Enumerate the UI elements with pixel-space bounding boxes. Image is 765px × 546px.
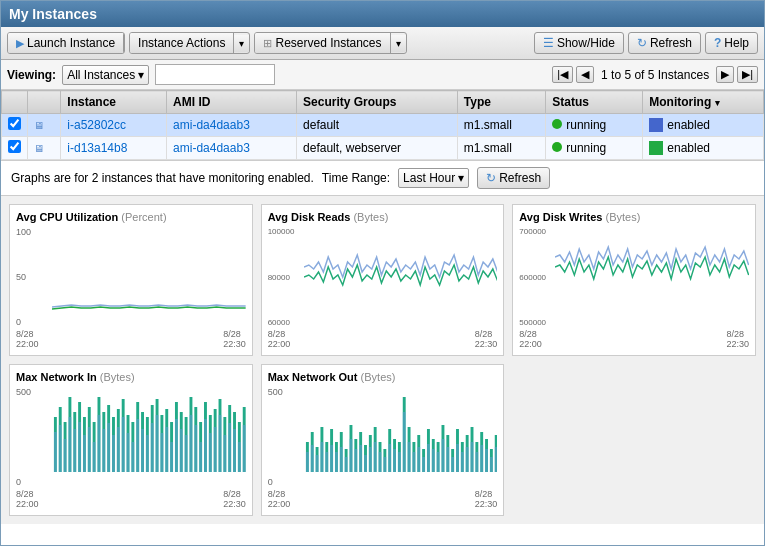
row-instance[interactable]: i-d13a14b8	[61, 137, 167, 160]
help-button[interactable]: ? Help	[705, 32, 758, 54]
svg-rect-44	[73, 429, 76, 472]
svg-rect-155	[475, 452, 478, 472]
svg-rect-125	[330, 445, 333, 472]
col-instance[interactable]: Instance	[61, 91, 167, 114]
col-status[interactable]: Status	[546, 91, 643, 114]
svg-rect-127	[339, 447, 342, 472]
svg-rect-135	[378, 452, 381, 472]
svg-rect-137	[388, 444, 391, 472]
svg-rect-143	[417, 447, 420, 472]
net-in-x-labels: 8/2822:00 8/2822:30	[16, 489, 246, 509]
svg-rect-69	[194, 425, 197, 472]
graphs-refresh-button[interactable]: ↻ Refresh	[477, 167, 550, 189]
svg-rect-56	[131, 442, 134, 472]
next-page-button[interactable]: ▶	[716, 66, 734, 83]
col-security[interactable]: Security Groups	[297, 91, 458, 114]
time-range-select[interactable]: Last Hour ▾	[398, 168, 469, 188]
reserved-instances-dropdown-arrow[interactable]: ▾	[391, 35, 406, 52]
refresh-button[interactable]: ↻ Refresh	[628, 32, 701, 54]
svg-rect-78	[238, 442, 241, 472]
svg-rect-77	[233, 429, 236, 472]
net-in-overlay	[54, 415, 246, 472]
viewing-label: Viewing:	[7, 68, 56, 82]
graph-empty-slot	[512, 364, 756, 516]
status-indicator	[552, 142, 562, 152]
net-out-chart-area	[304, 387, 498, 487]
svg-rect-48	[93, 442, 96, 472]
showhide-icon: ☰	[543, 36, 554, 50]
graph-disk-writes-body: 700000 600000 500000	[519, 227, 749, 327]
svg-rect-40	[54, 432, 57, 472]
row-status: running	[546, 114, 643, 137]
row-instance[interactable]: i-a52802cc	[61, 114, 167, 137]
svg-rect-42	[64, 439, 67, 472]
svg-rect-139	[398, 452, 401, 472]
svg-rect-141	[407, 442, 410, 472]
disk-reads-chart-area	[304, 227, 498, 327]
net-in-svg	[52, 387, 246, 472]
svg-rect-68	[189, 415, 192, 472]
disk-reads-y-axis: 100000 80000 60000	[268, 227, 297, 327]
svg-rect-123	[320, 442, 323, 472]
row-checkbox[interactable]	[2, 137, 28, 160]
monitoring-bar: Graphs are for 2 instances that have mon…	[1, 161, 764, 196]
help-icon: ?	[714, 36, 721, 50]
disk-writes-svg	[555, 227, 749, 312]
graph-disk-reads: Avg Disk Reads (Bytes) 100000 80000 6000…	[261, 204, 505, 356]
svg-rect-129	[349, 439, 352, 472]
svg-rect-157	[485, 449, 488, 472]
disk-reads-x-labels: 8/2822:00 8/2822:30	[268, 329, 498, 349]
select-arrow: ▾	[138, 68, 144, 82]
instance-actions-button[interactable]: Instance Actions ▾	[129, 32, 250, 54]
row-ami[interactable]: ami-da4daab3	[167, 114, 297, 137]
row-type: m1.small	[457, 114, 545, 137]
monitoring-text: Graphs are for 2 instances that have mon…	[11, 171, 314, 185]
svg-rect-156	[480, 445, 483, 472]
svg-rect-151	[456, 444, 459, 472]
graph-cpu-title: Avg CPU Utilization (Percent)	[16, 211, 246, 223]
svg-rect-140	[402, 412, 405, 472]
search-input[interactable]	[155, 64, 275, 85]
row-monitoring: enabled	[643, 114, 764, 137]
graph-disk-writes-title: Avg Disk Writes (Bytes)	[519, 211, 749, 223]
row-ami[interactable]: ami-da4daab3	[167, 137, 297, 160]
graph-disk-writes: Avg Disk Writes (Bytes) 700000 600000 50…	[512, 204, 756, 356]
table-row[interactable]: 🖥 i-d13a14b8 ami-da4daab3 default, webse…	[2, 137, 764, 160]
graph-disk-reads-title: Avg Disk Reads (Bytes)	[268, 211, 498, 223]
svg-rect-149	[446, 447, 449, 472]
svg-rect-52	[112, 435, 115, 472]
disk-reads-svg	[304, 227, 498, 312]
col-ami[interactable]: AMI ID	[167, 91, 297, 114]
svg-rect-41	[59, 425, 62, 472]
svg-rect-49	[98, 415, 101, 472]
svg-rect-121	[310, 445, 313, 472]
toolbar: ▶ Launch Instance Instance Actions ▾ ⊞ R…	[1, 27, 764, 60]
net-out-overlay	[306, 412, 498, 472]
svg-rect-75	[223, 435, 226, 472]
reserved-instances-button[interactable]: ⊞ Reserved Instances ▾	[254, 32, 406, 54]
svg-rect-58	[141, 429, 144, 472]
last-page-button[interactable]: ▶|	[737, 66, 758, 83]
svg-rect-130	[354, 449, 357, 472]
launch-icon: ▶	[16, 37, 24, 50]
row-icon-cell: 🖥	[28, 137, 61, 160]
first-page-button[interactable]: |◀	[552, 66, 573, 83]
net-out-y-axis: 500 0	[268, 387, 285, 487]
svg-rect-148	[441, 439, 444, 472]
prev-page-button[interactable]: ◀	[576, 66, 594, 83]
col-type[interactable]: Type	[457, 91, 545, 114]
showhide-button[interactable]: ☰ Show/Hide	[534, 32, 624, 54]
col-monitoring[interactable]: Monitoring ▾	[643, 91, 764, 114]
table-row[interactable]: 🖥 i-a52802cc ami-da4daab3 default m1.sma…	[2, 114, 764, 137]
filter-select[interactable]: All Instances ▾	[62, 65, 149, 85]
svg-rect-59	[146, 435, 149, 472]
row-checkbox[interactable]	[2, 114, 28, 137]
row-monitoring: enabled	[643, 137, 764, 160]
instance-actions-dropdown-arrow[interactable]: ▾	[234, 35, 249, 52]
disk-writes-chart-area	[555, 227, 749, 327]
launch-instance-button[interactable]: ▶ Launch Instance	[7, 32, 125, 54]
main-window: My Instances ▶ Launch Instance Instance …	[0, 0, 765, 546]
net-out-bars	[306, 397, 498, 472]
net-in-bars	[54, 397, 246, 472]
net-out-x-labels: 8/2822:00 8/2822:30	[268, 489, 498, 509]
